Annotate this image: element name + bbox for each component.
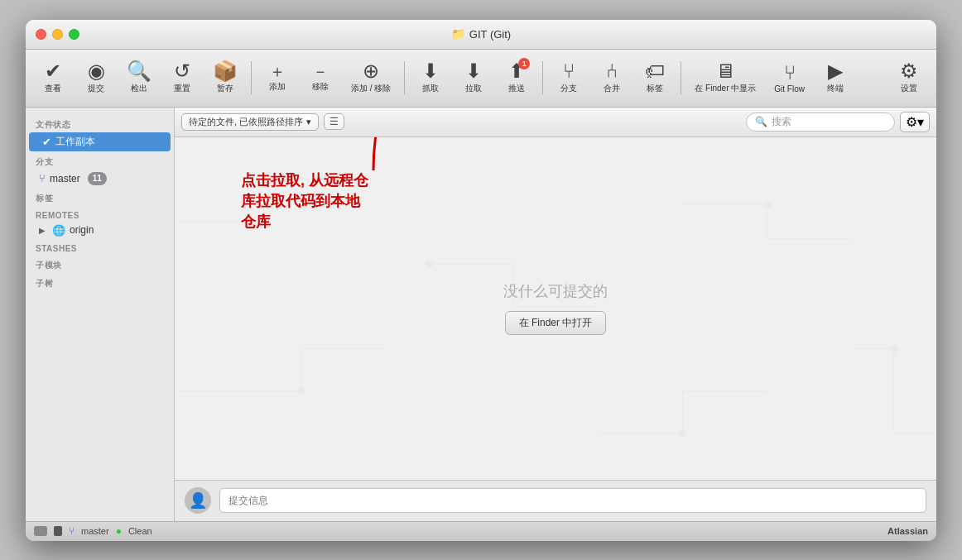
expand-icon: ▶ — [39, 226, 46, 235]
sidebar-toggle-icon[interactable] — [34, 526, 47, 536]
finder-icon: 🖥 — [715, 61, 735, 81]
atlassian-brand: Atlassian — [887, 526, 928, 536]
toolbar-divider-4 — [681, 61, 681, 94]
toolbar-branch[interactable]: ⑂ 分支 — [548, 58, 589, 98]
statusbar: ⑂ master ● Clean Atlassian — [26, 521, 936, 541]
toolbar-finder[interactable]: 🖥 在 Finder 中显示 — [686, 58, 764, 98]
toolbar-addmove[interactable]: ⊕ 添加 / 移除 — [343, 58, 399, 98]
toolbar-merge[interactable]: ⑃ 合并 — [591, 58, 633, 98]
toolbar-commit[interactable]: ◉ 提交 — [75, 58, 117, 98]
toolbar-checkout[interactable]: 🔍 检出 — [118, 58, 160, 98]
remove-icon: － — [312, 63, 329, 79]
sidebar-section-submodules: 子模块 — [26, 255, 174, 273]
toolbar-fetch[interactable]: ⬇ 抓取 — [410, 58, 451, 98]
search-placeholder: 搜索 — [772, 115, 791, 129]
sidebar-section-branches: 分支 — [26, 151, 174, 170]
toolbar-checkout-label: 检出 — [131, 83, 147, 94]
toolbar-gitflow[interactable]: ⑂ Git Flow — [766, 60, 813, 97]
toolbar-tag[interactable]: 🏷 标签 — [634, 58, 676, 98]
main-area: 文件状态 ✔ 工作副本 分支 ⑂ master 11 标签 REMOTES ▶ … — [26, 108, 936, 521]
user-avatar: 👤 — [185, 487, 211, 514]
add-icon: ＋ — [269, 63, 286, 79]
settings-icon: ⚙ — [900, 61, 918, 81]
toolbar-check[interactable]: ✔ 查看 — [32, 58, 74, 98]
toolbar-add-label: 添加 — [269, 81, 286, 93]
pull-icon: ⬇ — [465, 61, 482, 81]
terminal-icon: ▶ — [828, 61, 843, 81]
sidebar-item-origin[interactable]: ▶ 🌐 origin — [26, 222, 174, 239]
toolbar-merge-label: 合并 — [604, 83, 620, 94]
statusbar-status: Clean — [128, 526, 152, 536]
toolbar-tag-label: 标签 — [647, 83, 663, 94]
toolbar-push[interactable]: ⬆ 推送 — [496, 58, 537, 98]
open-finder-button[interactable]: 在 Finder 中打开 — [505, 311, 607, 335]
toolbar-pull-label: 拉取 — [465, 83, 482, 94]
reset-icon: ↺ — [174, 61, 190, 81]
statusbar-branch: master — [81, 526, 109, 536]
list-view-button[interactable]: ☰ — [324, 113, 344, 130]
empty-state-message: 没什么可提交的 — [503, 281, 608, 301]
toolbar-pull[interactable]: ⬇ 拉取 — [453, 58, 494, 98]
branch-icon-small: ⑂ — [39, 172, 46, 184]
workspace-icon: ✔ — [42, 136, 51, 148]
sidebar-item-master[interactable]: ⑂ master 11 — [26, 170, 174, 188]
toolbar-commit-label: 提交 — [88, 83, 104, 94]
toolbar-reset-label: 重置 — [174, 83, 190, 94]
fetch-icon: ⬇ — [422, 61, 439, 81]
sidebar: 文件状态 ✔ 工作副本 分支 ⑂ master 11 标签 REMOTES ▶ … — [26, 108, 175, 521]
maximize-button[interactable] — [69, 29, 79, 40]
folder-icon: 📁 — [451, 27, 465, 41]
filter-dropdown[interactable]: 待定的文件, 已依照路径排序 ▾ — [181, 113, 319, 131]
statusbar-clean-icon: ● — [116, 525, 122, 537]
addmove-icon: ⊕ — [363, 61, 379, 81]
toolbar-add[interactable]: ＋ 添加 — [257, 60, 298, 96]
sidebar-section-stashes: STASHES — [26, 239, 174, 255]
toolbar-finder-label: 在 Finder 中显示 — [695, 83, 756, 94]
toolbar-divider-1 — [251, 61, 252, 94]
tag-icon: 🏷 — [645, 61, 665, 81]
statusbar-branch-icon: ⑂ — [69, 525, 75, 537]
minimize-button[interactable] — [52, 29, 63, 40]
toolbar-settings[interactable]: ⚙ 设置 — [888, 58, 930, 98]
commit-area: 👤 — [175, 480, 936, 521]
toolbar-stash[interactable]: 📦 暂存 — [204, 58, 246, 98]
window-controls — [36, 29, 79, 40]
window-title: 📁 GIT (Git) — [451, 27, 511, 41]
empty-state: 没什么可提交的 在 Finder 中打开 — [175, 137, 936, 480]
merge-icon: ⑃ — [606, 61, 618, 81]
toolbar-remove-label: 移除 — [312, 81, 329, 93]
toolbar: ✔ 查看 ◉ 提交 🔍 检出 ↺ 重置 📦 暂存 ＋ 添加 － 移除 ⊕ — [26, 50, 936, 108]
checkout-icon: 🔍 — [127, 61, 152, 81]
user-icon: 👤 — [189, 491, 207, 510]
content-area: 待定的文件, 已依照路径排序 ▾ ☰ 🔍 搜索 ⚙▾ — [175, 108, 936, 521]
content-settings-button[interactable]: ⚙▾ — [900, 112, 930, 132]
toolbar-terminal[interactable]: ▶ 终端 — [815, 58, 856, 98]
commit-message-input[interactable] — [219, 488, 926, 513]
globe-icon: 🌐 — [52, 224, 65, 237]
toolbar-reset[interactable]: ↺ 重置 — [161, 58, 203, 98]
toolbar-terminal-label: 终端 — [827, 83, 844, 94]
branch-icon: ⑂ — [563, 61, 575, 81]
toolbar-divider-3 — [542, 61, 543, 94]
sidebar-section-subtrees: 子树 — [26, 273, 174, 291]
commit-icon: ◉ — [88, 61, 105, 81]
search-bar[interactable]: 🔍 搜索 — [746, 112, 895, 132]
check-icon: ✔ — [45, 61, 61, 81]
stash-icon: 📦 — [213, 61, 238, 81]
toolbar-push-label: 推送 — [508, 83, 525, 94]
list-view-icon: ☰ — [329, 116, 339, 127]
toolbar-fetch-label: 抓取 — [422, 83, 439, 94]
toolbar-settings-label: 设置 — [901, 83, 917, 94]
content-toolbar: 待定的文件, 已依照路径排序 ▾ ☰ 🔍 搜索 ⚙▾ — [175, 108, 936, 137]
toolbar-divider-2 — [404, 61, 405, 94]
toolbar-remove[interactable]: － 移除 — [300, 60, 341, 96]
master-badge: 11 — [88, 172, 107, 185]
app-window: 📁 GIT (Git) ✔ 查看 ◉ 提交 🔍 检出 ↺ 重置 📦 暂存 ＋ 添… — [26, 20, 936, 541]
sidebar-toggle-icon-2[interactable] — [54, 526, 62, 536]
close-button[interactable] — [36, 29, 46, 40]
titlebar: 📁 GIT (Git) — [26, 20, 936, 50]
sidebar-section-filestatus: 文件状态 — [26, 114, 174, 132]
sidebar-item-workspace[interactable]: ✔ 工作副本 — [29, 132, 171, 151]
gitflow-icon: ⑂ — [784, 63, 796, 83]
toolbar-addmove-label: 添加 / 移除 — [351, 83, 391, 94]
